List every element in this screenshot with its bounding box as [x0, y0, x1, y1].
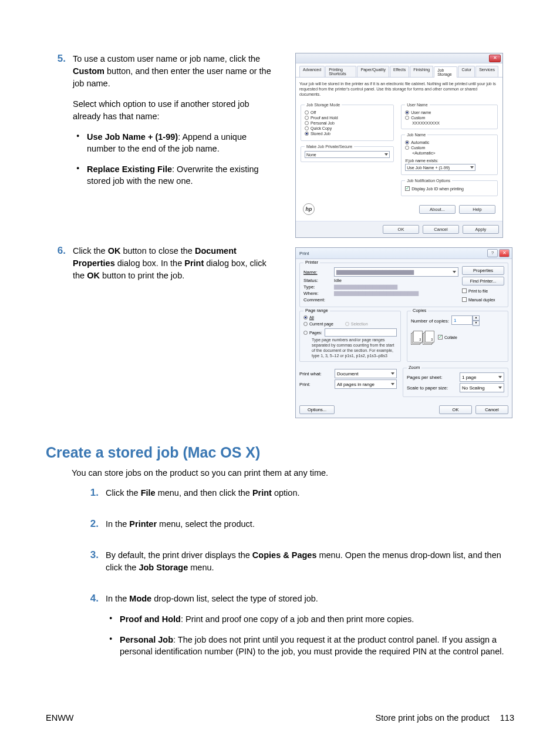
val: All pages in range: [337, 382, 375, 387]
lbl: Selection: [351, 322, 368, 326]
mac-step-1: 1. Click the File menu, and then click t…: [79, 487, 514, 508]
step-6: 6. Click the OK button to close the Docu…: [46, 245, 278, 290]
chevron-down-icon: [384, 153, 388, 156]
help-button[interactable]: Help: [459, 205, 495, 214]
t: Click the: [106, 488, 141, 498]
mode-off[interactable]: Off: [305, 110, 390, 115]
about-button[interactable]: About...: [419, 205, 456, 214]
print-to-file-check[interactable]: Print to file: [462, 288, 504, 293]
print-ok-button[interactable]: OK: [439, 405, 472, 414]
legend: Copies: [411, 308, 428, 313]
t: button to print the job.: [100, 271, 184, 280]
b: Proof and Hold: [120, 614, 181, 624]
b: File: [141, 488, 156, 498]
mode-personal-job[interactable]: Personal Job: [305, 121, 390, 125]
mode-stored-job[interactable]: Stored Job: [305, 132, 390, 136]
step5-bullet-2: Replace Existing File: Overwrite the exi…: [76, 163, 278, 187]
tab-paper-quality[interactable]: Paper/Quality: [357, 66, 389, 77]
range-pages[interactable]: Pages:: [303, 331, 322, 335]
section-intro: You can store jobs on the product so you…: [72, 468, 514, 478]
page-number: 113: [500, 713, 514, 723]
job-custom-radio[interactable]: Custom: [405, 146, 494, 150]
tab-effects[interactable]: Effects: [390, 66, 409, 77]
help-icon[interactable]: ?: [487, 249, 498, 257]
t: In the: [106, 519, 129, 529]
lbl: Collate: [444, 335, 457, 340]
print-what-select[interactable]: Document: [335, 369, 397, 378]
tab-color[interactable]: Color: [458, 66, 475, 77]
apply-button[interactable]: Apply: [463, 225, 499, 234]
step5-and-dialog: 5. To use a custom user name or job name…: [46, 53, 514, 238]
tab-printing-shortcuts[interactable]: Printing Shortcuts: [325, 66, 356, 77]
step5-bullet-1: Use Job Name + (1-99): Append a unique n…: [76, 131, 278, 155]
t: option.: [272, 488, 300, 498]
mode-quick-copy[interactable]: Quick Copy: [305, 126, 390, 130]
legend: Printer: [303, 260, 320, 265]
pages-per-sheet-select[interactable]: 1 page: [460, 372, 504, 382]
chevron-down-icon: [391, 372, 394, 375]
job-auto-radio[interactable]: Automatic: [405, 140, 494, 145]
footer-right: Store print jobs on the product 113: [376, 713, 515, 723]
legend: Make Job Private/Secure: [305, 145, 354, 149]
val: Use Job Name + (1-99): [407, 166, 450, 170]
range-current[interactable]: Current page: [303, 322, 333, 326]
print-cancel-button[interactable]: Cancel: [475, 405, 508, 414]
print-range-select[interactable]: All pages in range: [335, 379, 397, 389]
lbl: Quick Copy: [311, 126, 332, 130]
job-exists-select[interactable]: Use Job Name + (1-99): [405, 164, 475, 171]
b: Copies & Pages: [252, 550, 317, 560]
pages-input[interactable]: [325, 328, 397, 337]
close-icon[interactable]: ✕: [499, 249, 510, 257]
step5-para2: Select which option to use if another st…: [73, 98, 278, 123]
copies-spinner[interactable]: 1 ▲▼: [451, 315, 480, 326]
legend: Job Notification Options: [405, 179, 452, 183]
job-value: <Automatic>: [412, 151, 494, 155]
options-button[interactable]: Options...: [299, 405, 335, 414]
where-value: ▇▇▇▇▇▇▇▇▇▇▇▇▇▇▇▇▇▇▇▇▇▇▇▇: [334, 291, 419, 296]
lbl: User name: [411, 110, 431, 115]
step5-para1: To use a custom user name or job name, c…: [73, 53, 278, 90]
copies-group: Copies Number of copies: 1 ▲▼ 123: [407, 311, 508, 362]
arrow-up-icon[interactable]: ▲: [473, 315, 480, 321]
tab-finishing[interactable]: Finishing: [410, 66, 433, 77]
copies-label: Number of copies:: [411, 318, 449, 324]
page: 5. To use a custom user name or job name…: [0, 0, 560, 746]
name-label: Name:: [303, 270, 332, 275]
user-value: XXXXXXXXXX: [412, 121, 494, 125]
b: Printer: [129, 519, 157, 529]
mode-proof-hold[interactable]: Proof and Hold: [305, 116, 390, 120]
ok-button[interactable]: OK: [383, 225, 419, 234]
lbl: Current page: [309, 322, 333, 326]
manual-duplex-check[interactable]: Manual duplex: [462, 297, 504, 302]
tab-job-storage[interactable]: Job Storage: [434, 66, 457, 78]
cancel-button[interactable]: Cancel: [423, 225, 459, 234]
t: To use a custom user name or job name, c…: [73, 54, 260, 63]
lbl: Stored Job: [311, 132, 330, 136]
lbl: Custom: [411, 146, 425, 150]
arrow-down-icon[interactable]: ▼: [473, 321, 480, 326]
properties-button[interactable]: Properties: [462, 266, 504, 275]
step6-and-dialog: 6. Click the OK button to close the Docu…: [46, 245, 514, 418]
printer-select[interactable]: ▇▇▇▇▇▇▇▇▇▇▇▇▇▇▇▇▇▇▇▇▇▇: [334, 267, 458, 277]
scale-select[interactable]: No Scaling: [460, 383, 504, 392]
close-button[interactable]: ✕: [489, 55, 501, 62]
legend: Page range: [303, 308, 330, 313]
chevron-down-icon: [391, 383, 394, 385]
user-name-radio[interactable]: User name: [405, 110, 494, 115]
range-all[interactable]: All: [303, 315, 397, 320]
private-select[interactable]: None: [305, 151, 390, 158]
t: drop-down list, select the type of store…: [151, 594, 318, 603]
hp-logo-icon: hp: [303, 203, 315, 215]
collate-check[interactable]: Collate: [438, 335, 457, 340]
chevron-down-icon: [453, 271, 456, 273]
b: Job Storage: [139, 563, 188, 572]
lbl: Pages:: [309, 331, 322, 335]
tab-advanced[interactable]: Advanced: [299, 66, 325, 77]
find-printer-button[interactable]: Find Printer...: [462, 277, 504, 285]
user-custom-radio[interactable]: Custom: [405, 116, 494, 120]
t: : Print and proof one copy of a job and …: [181, 614, 414, 624]
val: 1: [454, 318, 456, 323]
printer-group: Printer Name: ▇▇▇▇▇▇▇▇▇▇▇▇▇▇▇▇▇▇▇▇▇▇ Sta…: [299, 263, 508, 307]
display-job-id-check[interactable]: Display Job ID when printing: [405, 186, 494, 191]
tab-services[interactable]: Services: [475, 66, 498, 77]
